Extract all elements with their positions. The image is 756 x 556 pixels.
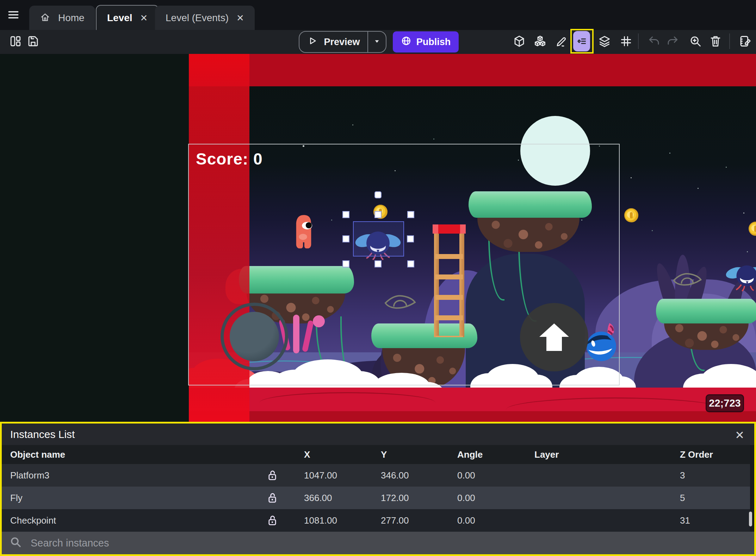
- column-layer: Layer: [520, 449, 665, 460]
- play-icon: [307, 36, 317, 49]
- eye-decoration: [672, 271, 702, 288]
- column-x: X: [289, 449, 366, 460]
- trash-icon[interactable]: [708, 33, 723, 49]
- preview-label: Preview: [324, 37, 360, 48]
- cell-y: 172.00: [366, 493, 442, 504]
- table-header-row: Object name X Y Angle Layer Z Order: [2, 445, 750, 464]
- resize-handle[interactable]: [374, 260, 382, 267]
- scene-canvas[interactable]: Score: 0 22;723: [0, 54, 756, 422]
- cell-angle: 0.00: [442, 515, 520, 526]
- cell-angle: 0.00: [442, 470, 520, 481]
- panel-title: Instances List: [10, 428, 75, 440]
- tab-home-label: Home: [58, 12, 85, 24]
- objects-stack-icon[interactable]: [532, 33, 548, 49]
- table-row[interactable]: Checkpoint 1081.00 277.00 0.00 31: [2, 509, 750, 532]
- edit-pencil-icon[interactable]: [554, 33, 569, 49]
- tab-level-label: Level: [107, 12, 132, 24]
- save-icon[interactable]: [25, 33, 41, 49]
- panel-scrollbar[interactable]: [749, 512, 752, 526]
- lock-open-icon[interactable]: [255, 514, 289, 526]
- tab-level[interactable]: Level ✕: [96, 5, 159, 30]
- tab-bar: Home Level ✕ Level (Events) ✕: [0, 0, 756, 30]
- cell-object-name: Platform3: [2, 470, 255, 481]
- cell-z-order: 3: [665, 470, 750, 481]
- home-icon: [40, 12, 50, 24]
- hamburger-menu-icon[interactable]: [6, 7, 21, 23]
- coin[interactable]: [749, 222, 756, 236]
- toolbar-divider: [729, 33, 730, 49]
- search-bar: [2, 532, 754, 554]
- column-y: Y: [366, 449, 442, 460]
- fly-enemy[interactable]: [726, 261, 756, 294]
- search-icon: [10, 536, 22, 550]
- tab-home[interactable]: Home: [29, 6, 95, 30]
- resize-handle[interactable]: [374, 211, 382, 218]
- lock-open-icon[interactable]: [255, 469, 289, 481]
- cursor-coordinates-badge: 22;723: [706, 394, 744, 412]
- red-zone-top[interactable]: [189, 54, 756, 86]
- table-row[interactable]: Platform3 1047.00 346.00 0.00 3: [2, 464, 750, 487]
- game-window-frame: [188, 144, 620, 385]
- cell-z-order: 31: [665, 515, 750, 526]
- publish-button[interactable]: Publish: [393, 31, 459, 52]
- close-icon[interactable]: ✕: [140, 13, 148, 23]
- resize-handle[interactable]: [342, 235, 349, 242]
- cell-x: 366.00: [289, 493, 366, 504]
- redo-icon[interactable]: [665, 33, 680, 49]
- globe-icon: [401, 36, 411, 49]
- chevron-down-icon: [372, 37, 382, 47]
- gdevelop-editor-window: Home Level ✕ Level (Events) ✕ Preview: [0, 0, 756, 556]
- panels-layout-icon[interactable]: [8, 33, 23, 49]
- cell-angle: 0.00: [442, 493, 520, 504]
- close-icon[interactable]: ✕: [236, 13, 244, 23]
- table-row[interactable]: Fly 366.00 172.00 0.00 5: [2, 487, 750, 509]
- preview-button[interactable]: Preview: [299, 31, 386, 53]
- cell-object-name: Checkpoint: [2, 515, 255, 526]
- red-wave-line: [259, 392, 435, 413]
- cell-x: 1047.00: [289, 470, 366, 481]
- score-text: Score: 0: [196, 149, 263, 168]
- instances-list-icon[interactable]: [573, 31, 590, 51]
- zoom-in-icon[interactable]: [688, 33, 703, 49]
- 3d-box-icon[interactable]: [512, 33, 527, 49]
- instances-list-panel: Instances List ✕ Object name X Y Angle L…: [0, 422, 756, 556]
- panel-title-row: Instances List: [2, 424, 754, 445]
- cell-z-order: 5: [665, 493, 750, 504]
- cell-y: 277.00: [366, 515, 442, 526]
- column-z-order: Z Order: [665, 449, 750, 460]
- lock-open-icon[interactable]: [255, 492, 289, 504]
- toolbar-divider: [638, 33, 639, 49]
- cell-y: 346.00: [366, 470, 442, 481]
- resize-handle[interactable]: [342, 211, 349, 218]
- platform[interactable]: [656, 299, 756, 323]
- search-instances-input[interactable]: [31, 537, 665, 549]
- layers-icon[interactable]: [597, 33, 612, 49]
- red-wave-line: [506, 397, 724, 422]
- preview-dropdown-button[interactable]: [367, 32, 386, 52]
- column-angle: Angle: [442, 449, 520, 460]
- rotate-handle[interactable]: [374, 191, 382, 198]
- close-icon[interactable]: ✕: [735, 428, 744, 442]
- publish-label: Publish: [416, 37, 451, 48]
- tab-level-events[interactable]: Level (Events) ✕: [155, 6, 255, 30]
- tab-level-events-label: Level (Events): [166, 12, 229, 24]
- selection-rectangle: [353, 221, 404, 257]
- undo-icon[interactable]: [646, 33, 662, 49]
- resize-handle[interactable]: [342, 260, 349, 267]
- cell-object-name: Fly: [2, 493, 255, 504]
- resize-handle[interactable]: [407, 260, 414, 267]
- resize-handle[interactable]: [407, 211, 414, 218]
- resize-handle[interactable]: [407, 235, 414, 242]
- grid-icon[interactable]: [618, 33, 634, 49]
- coin[interactable]: [624, 208, 638, 222]
- scene-editor-icon[interactable]: [737, 33, 753, 49]
- cell-x: 1081.00: [289, 515, 366, 526]
- column-object-name: Object name: [2, 449, 255, 460]
